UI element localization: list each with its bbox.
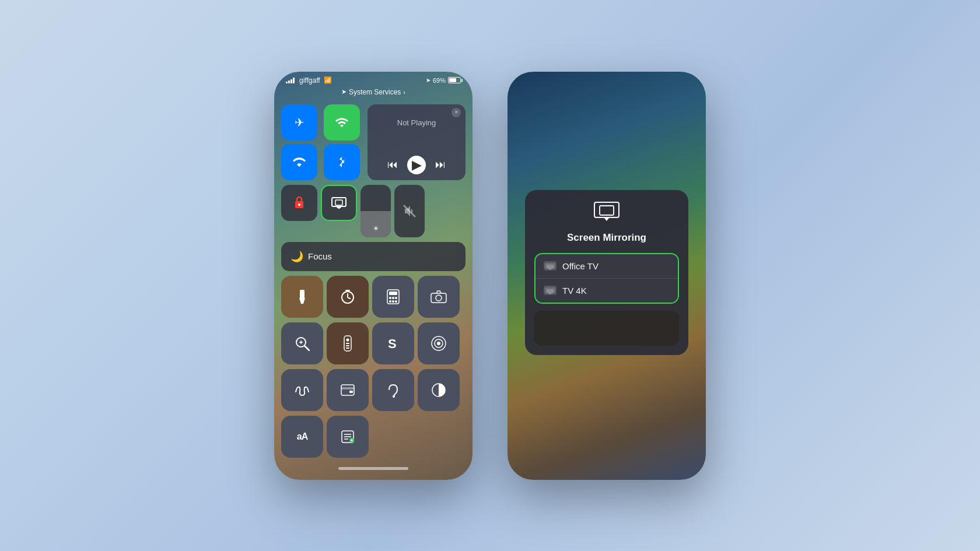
notes-button[interactable] [327,416,369,458]
svg-point-13 [389,300,391,303]
device-name-tv-4k: TV 4K [562,285,587,295]
battery-indicator [448,77,461,83]
nfc-button[interactable] [418,322,460,364]
cellular-data-button[interactable] [324,104,360,141]
svg-rect-31 [341,385,354,395]
home-bar [338,467,408,470]
moon-icon: 🌙 [290,250,303,263]
calculator-button[interactable] [372,276,414,318]
icon-row-1 [281,276,466,318]
screen-mirroring-header: Screen Mirroring [534,201,679,243]
svg-point-10 [389,297,391,299]
media-close-button[interactable]: ✕ [452,108,461,117]
svg-line-19 [304,346,309,350]
svg-rect-44 [600,205,614,215]
torch-button[interactable] [281,276,323,318]
battery-fill [449,78,456,82]
wifi-button[interactable] [281,144,317,180]
appletv-icon-2 [544,286,556,295]
device-tv-4k[interactable]: TV 4K [536,278,678,302]
right-status-area: ➤ 69% [426,77,461,84]
shazam-button[interactable]: S [372,322,414,364]
magnifier-button[interactable] [281,322,323,364]
screen-mirroring-empty-area [534,310,679,345]
appletv-icon-1 [544,261,556,271]
media-controls: ⏮ ▶ ⏭ [374,156,459,174]
camera-button[interactable] [418,276,460,318]
svg-marker-6 [299,298,305,304]
svg-rect-5 [300,290,304,299]
focus-row: 🌙 Focus [281,242,466,271]
icon-row-3 [281,369,466,411]
svg-point-23 [346,338,349,341]
wallet-button[interactable] [327,369,369,411]
svg-text:S: S [388,336,397,351]
svg-rect-33 [349,391,353,393]
rotation-lock-button[interactable] [281,185,317,221]
svg-rect-9 [389,292,397,295]
timer-button[interactable] [327,276,369,318]
svg-point-14 [392,300,394,303]
icon-row-4: aA [281,416,466,458]
phone-right: Screen Mirroring Office TV [508,72,706,480]
focus-label: Focus [308,251,332,261]
wifi-status-icon: 📶 [324,76,332,84]
bluetooth-button[interactable] [324,144,360,180]
svg-rect-25 [346,345,349,346]
top-row: ✈ ✕ [281,104,466,180]
screen-mirroring-icon [594,201,620,227]
device-name-office-tv: Office TV [562,261,598,271]
svg-point-1 [298,203,300,206]
svg-point-34 [393,395,395,398]
dark-mode-button[interactable] [418,369,460,411]
hearing-aid-button[interactable] [372,369,414,411]
screen-mirroring-button[interactable] [321,185,357,221]
svg-rect-32 [341,387,354,389]
signal-bars [286,78,295,83]
carrier-name: giffgaff [299,76,320,85]
svg-point-15 [395,300,397,303]
icon-row-2: S [281,322,466,364]
location-arrow-icon: ➤ [341,88,346,96]
rewind-button[interactable]: ⏮ [387,159,398,171]
svg-point-12 [395,297,397,299]
second-row: ☀ [281,185,466,237]
screen-mirroring-devices-list: Office TV TV 4K [534,252,679,303]
screen-mirroring-title: Screen Mirroring [567,231,646,243]
system-services-label: System Services [349,88,401,96]
home-indicator [274,462,473,475]
location-icon: ➤ [426,77,430,83]
fast-forward-button[interactable]: ⏭ [435,159,446,171]
connectivity-grid: ✈ [281,104,363,180]
device-office-tv[interactable]: Office TV [536,254,678,278]
system-services-bar[interactable]: ➤ System Services › [274,87,473,100]
phone-left: giffgaff 📶 ➤ 69% ➤ System Services › ✈ [274,72,473,480]
svg-rect-24 [346,343,349,344]
brightness-slider[interactable]: ☀ [360,185,391,237]
chevron-right-icon: › [403,89,405,96]
media-player-card: ✕ Not Playing ⏮ ▶ ⏭ [368,104,466,180]
control-center-content: ✈ ✕ [274,100,473,462]
battery-percent: 69% [433,77,446,84]
sound-recognition-button[interactable] [281,369,323,411]
svg-rect-48 [547,289,554,293]
svg-rect-26 [346,348,349,349]
svg-point-17 [436,295,442,301]
mute-button[interactable] [394,185,425,237]
airplane-mode-button[interactable]: ✈ [281,104,317,141]
svg-rect-46 [547,265,554,269]
focus-button[interactable]: 🌙 Focus [281,242,466,271]
media-title: Not Playing [374,118,459,127]
svg-rect-3 [335,200,342,205]
status-bar: giffgaff 📶 ➤ 69% [274,72,473,87]
svg-point-11 [392,297,394,299]
brightness-icon: ☀ [373,224,379,233]
text-size-button[interactable]: aA [281,416,323,458]
screen-mirroring-panel: Screen Mirroring Office TV [525,189,688,355]
signal-area: giffgaff 📶 [286,76,332,85]
play-button[interactable]: ▶ [407,156,426,174]
svg-point-30 [437,342,440,345]
remote-button[interactable] [327,322,369,364]
